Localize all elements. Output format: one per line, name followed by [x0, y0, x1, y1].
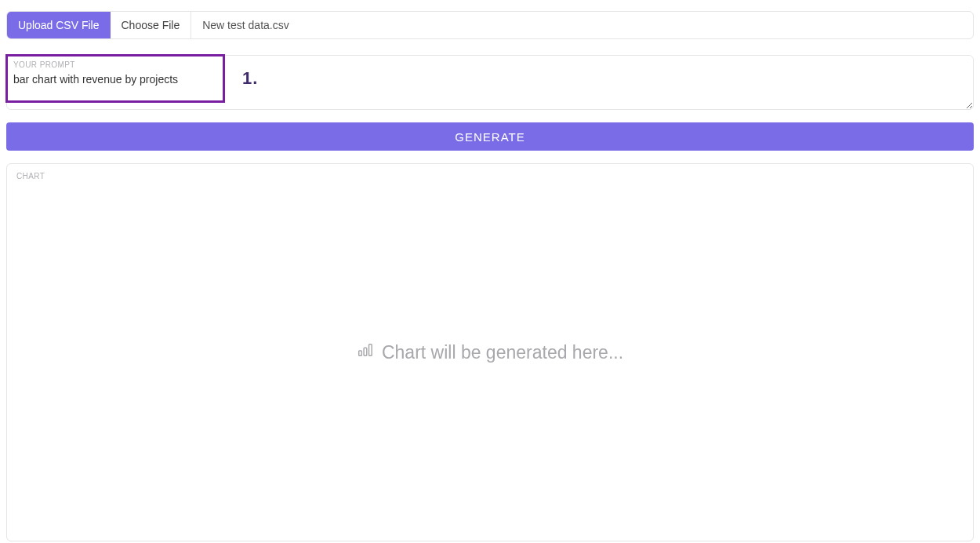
prompt-input[interactable]: [7, 56, 973, 109]
bar-chart-icon: [357, 341, 374, 363]
chart-panel: CHART Chart will be generated here...: [6, 163, 974, 541]
prompt-field-container: YOUR PROMPT 1.: [6, 55, 974, 110]
svg-rect-0: [359, 351, 362, 355]
choose-file-button[interactable]: Choose File: [111, 12, 192, 38]
uploaded-filename: New test data.csv: [191, 12, 973, 38]
chart-placeholder-text: Chart will be generated here...: [382, 342, 623, 363]
upload-row: Upload CSV File Choose File New test dat…: [6, 11, 974, 39]
svg-rect-2: [369, 344, 372, 356]
generate-button[interactable]: GENERATE: [6, 122, 974, 151]
chart-label: CHART: [16, 172, 964, 180]
annotation-step-number: 1.: [242, 68, 258, 89]
chart-placeholder: Chart will be generated here...: [357, 341, 623, 363]
prompt-label: YOUR PROMPT: [13, 60, 75, 69]
upload-csv-button[interactable]: Upload CSV File: [7, 12, 111, 38]
svg-rect-1: [364, 348, 367, 355]
